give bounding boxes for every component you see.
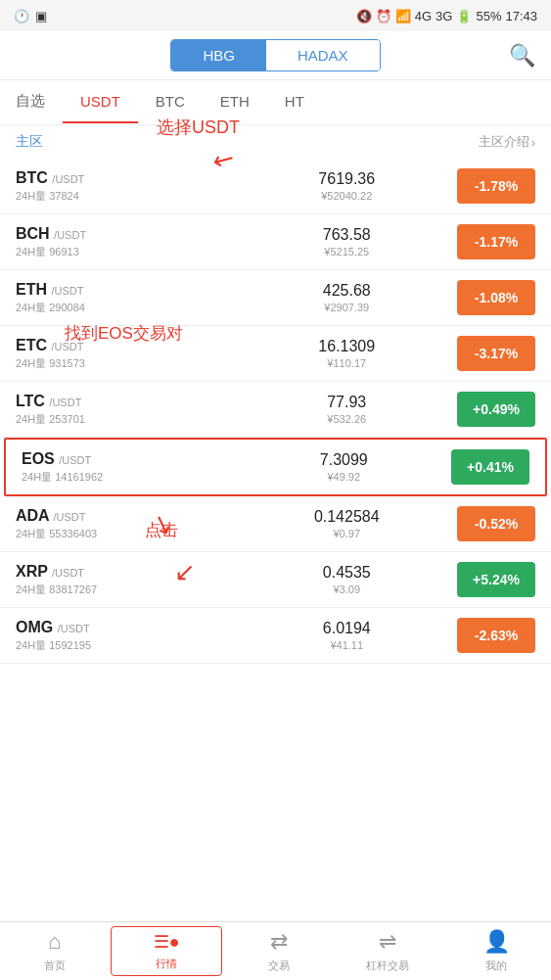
market-info-bch: BCH /USDT 24H量 96913 <box>16 225 237 259</box>
status-bar: 🕐 ▣ 🔇 ⏰ 📶 4G 3G 🔋 55% 17:43 <box>0 0 551 31</box>
nav-leverage[interactable]: ⇌ 杠杆交易 <box>333 922 441 980</box>
market-list: BTC /USDT 24H量 37824 7619.36 ¥52040.22 -… <box>0 159 551 664</box>
market-vol-ada: 24H量 55336403 <box>16 527 237 541</box>
market-row-etc[interactable]: ETC /USDT 24H量 931573 16.1309 ¥110.17 -3… <box>0 326 551 382</box>
section-title: 主区 <box>16 133 43 151</box>
nav-home[interactable]: ⌂ 首页 <box>0 922 109 980</box>
market-info-omg: OMG /USDT 24H量 1592195 <box>16 619 237 653</box>
tab-btc[interactable]: BTC <box>138 81 203 123</box>
market-price-ltc: 77.93 ¥532.26 <box>237 394 458 425</box>
market-price-ada: 0.142584 ¥0.97 <box>237 508 458 539</box>
alarm-icon: ⏰ <box>376 9 391 23</box>
home-icon: ⌂ <box>48 929 61 955</box>
market-change-bch: -1.17% <box>457 224 535 259</box>
bottom-nav: ⌂ 首页 ☰● 行情 ⇄ 交易 ⇌ 杠杆交易 👤 我的 <box>0 921 551 980</box>
market-vol-ltc: 24H量 253701 <box>16 412 237 427</box>
tab-usdt[interactable]: USDT <box>63 81 138 123</box>
market-name-eos: EOS /USDT <box>22 450 237 468</box>
market-name-ada: ADA /USDT <box>16 507 237 525</box>
market-price-eos: 7.3099 ¥49.92 <box>237 451 452 483</box>
market-price-eth: 425.68 ¥2907.39 <box>237 282 458 313</box>
nav-market-label: 行情 <box>156 957 177 971</box>
profile-icon: 👤 <box>483 929 510 955</box>
market-price-xrp: 0.4535 ¥3.09 <box>237 564 458 595</box>
market-change-omg: -2.63% <box>457 618 535 653</box>
market-info-ltc: LTC /USDT 24H量 253701 <box>16 393 237 427</box>
market-change-eos: +0.41% <box>451 449 529 485</box>
market-info-ada: ADA /USDT 24H量 55336403 <box>16 507 237 541</box>
signal-3g-icon: 3G <box>436 9 452 23</box>
market-row-ada[interactable]: ADA /USDT 24H量 55336403 0.142584 ¥0.97 -… <box>0 496 551 552</box>
market-vol-btc: 24H量 37824 <box>16 189 237 204</box>
nav-market[interactable]: ☰● 行情 <box>111 926 221 976</box>
tab-eth[interactable]: ETH <box>203 81 267 123</box>
market-info-eos: EOS /USDT 24H量 14161962 <box>22 450 237 485</box>
exchange-tabs: HBG HADAX 🔍 <box>0 31 551 80</box>
sim-icon: ▣ <box>35 9 47 23</box>
tab-ht[interactable]: HT <box>267 81 322 123</box>
market-name-ltc: LTC /USDT <box>16 393 237 410</box>
market-row-omg[interactable]: OMG /USDT 24H量 1592195 6.0194 ¥41.11 -2.… <box>0 608 551 664</box>
market-change-eth: -1.08% <box>457 280 535 315</box>
mute-icon: 🔇 <box>356 9 372 23</box>
market-name-omg: OMG /USDT <box>16 619 237 636</box>
market-price-bch: 763.58 ¥5215.25 <box>237 226 458 257</box>
nav-profile[interactable]: 👤 我的 <box>442 922 551 980</box>
market-vol-eth: 24H量 290084 <box>16 301 237 315</box>
market-change-btc: -1.78% <box>457 168 535 204</box>
currency-tabs: 自选 USDT BTC ETH HT <box>0 80 551 125</box>
nav-home-label: 首页 <box>44 958 66 973</box>
market-change-ada: -0.52% <box>457 506 535 541</box>
clock-icon: 🕐 <box>14 9 29 23</box>
market-vol-eos: 24H量 14161962 <box>22 470 237 485</box>
exchange-tab-group: HBG HADAX <box>170 39 380 71</box>
tab-zixuan[interactable]: 自选 <box>16 80 63 124</box>
nav-trade[interactable]: ⇄ 交易 <box>224 922 333 980</box>
market-row-eos[interactable]: EOS /USDT 24H量 14161962 7.3099 ¥49.92 +0… <box>4 438 547 496</box>
status-right: 🔇 ⏰ 📶 4G 3G 🔋 55% 17:43 <box>356 9 537 23</box>
market-vol-etc: 24H量 931573 <box>16 356 237 371</box>
market-row-bch[interactable]: BCH /USDT 24H量 96913 763.58 ¥5215.25 -1.… <box>0 214 551 270</box>
market-row-ltc[interactable]: LTC /USDT 24H量 253701 77.93 ¥532.26 +0.4… <box>0 382 551 438</box>
market-name-xrp: XRP /USDT <box>16 563 237 581</box>
battery-icon: 🔋 <box>456 9 472 23</box>
market-price-omg: 6.0194 ¥41.11 <box>237 620 458 651</box>
nav-profile-label: 我的 <box>485 958 507 973</box>
status-left: 🕐 ▣ <box>14 9 47 23</box>
market-row-btc[interactable]: BTC /USDT 24H量 37824 7619.36 ¥52040.22 -… <box>0 159 551 214</box>
market-name-eth: ETH /USDT <box>16 281 237 299</box>
tab-hadax[interactable]: HADAX <box>266 40 380 70</box>
market-row-xrp[interactable]: XRP /USDT 24H量 83817267 0.4535 ¥3.09 +5.… <box>0 552 551 608</box>
market-name-etc: ETC /USDT <box>16 337 237 354</box>
section-header: 主区 主区介绍 › <box>0 125 551 159</box>
market-name-bch: BCH /USDT <box>16 225 237 243</box>
market-row-eth[interactable]: ETH /USDT 24H量 290084 425.68 ¥2907.39 -1… <box>0 270 551 326</box>
market-price-btc: 7619.36 ¥52040.22 <box>237 170 458 202</box>
market-name-btc: BTC /USDT <box>16 169 237 187</box>
nav-trade-label: 交易 <box>268 958 290 973</box>
market-price-etc: 16.1309 ¥110.17 <box>237 338 458 369</box>
tab-hbg[interactable]: HBG <box>171 40 266 70</box>
trade-icon: ⇄ <box>270 929 288 955</box>
market-info-btc: BTC /USDT 24H量 37824 <box>16 169 237 204</box>
nav-leverage-label: 杠杆交易 <box>366 958 409 973</box>
leverage-icon: ⇌ <box>379 929 396 955</box>
wifi-icon: 📶 <box>395 9 411 23</box>
market-vol-xrp: 24H量 83817267 <box>16 583 237 597</box>
market-change-etc: -3.17% <box>457 336 535 371</box>
market-icon: ☰● <box>154 931 180 953</box>
market-vol-omg: 24H量 1592195 <box>16 638 237 653</box>
section-intro[interactable]: 主区介绍 › <box>479 133 535 151</box>
time-display: 17:43 <box>505 9 537 23</box>
market-info-eth: ETH /USDT 24H量 290084 <box>16 281 237 315</box>
search-button[interactable]: 🔍 <box>509 43 535 69</box>
market-vol-bch: 24H量 96913 <box>16 245 237 259</box>
market-info-xrp: XRP /USDT 24H量 83817267 <box>16 563 237 597</box>
signal-4g-icon: 4G <box>415 9 432 23</box>
market-info-etc: ETC /USDT 24H量 931573 <box>16 337 237 371</box>
battery-percent: 55% <box>476 9 501 23</box>
market-change-ltc: +0.49% <box>457 392 535 427</box>
market-change-xrp: +5.24% <box>457 562 535 597</box>
